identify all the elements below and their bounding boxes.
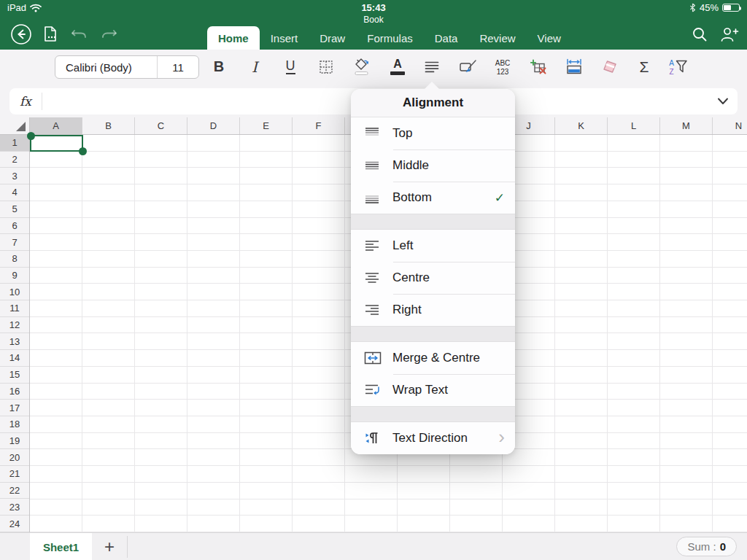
checkmark-icon: ✓ bbox=[495, 190, 505, 206]
column-header-M[interactable]: M bbox=[660, 117, 713, 134]
insert-delete-cells-button[interactable] bbox=[522, 52, 554, 82]
font-selector[interactable]: Calibri (Body) 11 bbox=[55, 55, 199, 79]
menu-item-centre[interactable]: Centre bbox=[351, 262, 515, 294]
redo-button[interactable] bbox=[93, 19, 124, 50]
column-width-button[interactable] bbox=[558, 52, 590, 82]
row-header-1[interactable]: 1 bbox=[0, 135, 29, 152]
menu-item-wrap-text[interactable]: Wrap Text bbox=[351, 374, 515, 406]
row-header-2[interactable]: 2 bbox=[0, 152, 29, 168]
column-header-N[interactable]: N bbox=[713, 117, 747, 134]
bold-button[interactable]: B bbox=[203, 52, 235, 82]
undo-button[interactable] bbox=[64, 19, 95, 50]
underline-button[interactable]: U bbox=[274, 52, 306, 82]
font-name[interactable]: Calibri (Body) bbox=[55, 61, 157, 74]
menu-item-top[interactable]: Top bbox=[351, 117, 515, 149]
bluetooth-icon bbox=[689, 3, 696, 12]
row-header-5[interactable]: 5 bbox=[0, 201, 29, 218]
tab-review[interactable]: Review bbox=[468, 26, 526, 50]
column-header-K[interactable]: K bbox=[555, 117, 608, 134]
format-toolbar: Calibri (Body) 11 B I U A bbox=[0, 50, 747, 84]
italic-button[interactable]: I bbox=[239, 52, 271, 82]
column-header-D[interactable]: D bbox=[187, 117, 240, 134]
row-header-10[interactable]: 10 bbox=[0, 284, 29, 300]
column-header-B[interactable]: B bbox=[82, 117, 135, 134]
row-header-17[interactable]: 17 bbox=[0, 400, 29, 416]
font-size[interactable]: 11 bbox=[157, 56, 198, 78]
row-header-23[interactable]: 23 bbox=[0, 499, 29, 516]
valign-middle-icon bbox=[363, 158, 382, 174]
menu-item-label: Top bbox=[382, 126, 505, 141]
alignment-icon bbox=[424, 59, 440, 75]
row-header-4[interactable]: 4 bbox=[0, 184, 29, 201]
sum-label: Sum : bbox=[687, 540, 716, 553]
row-header-7[interactable]: 7 bbox=[0, 234, 29, 251]
row-header-18[interactable]: 18 bbox=[0, 416, 29, 433]
formula-expand-button[interactable] bbox=[708, 97, 738, 106]
menu-item-merge-centre[interactable]: Merge & Centre bbox=[351, 342, 515, 374]
align-centre-icon bbox=[363, 270, 382, 286]
svg-text:Z: Z bbox=[669, 67, 673, 75]
column-header-L[interactable]: L bbox=[608, 117, 660, 134]
cell-format-icon bbox=[459, 58, 478, 76]
add-sheet-button[interactable]: + bbox=[92, 533, 127, 560]
row-header-12[interactable]: 12 bbox=[0, 317, 29, 334]
column-header-C[interactable]: C bbox=[135, 117, 187, 134]
row-header-20[interactable]: 20 bbox=[0, 449, 29, 466]
row-header-24[interactable]: 24 bbox=[0, 516, 29, 532]
select-all-corner[interactable] bbox=[0, 117, 30, 135]
cell-selection[interactable] bbox=[30, 135, 83, 152]
row-header-21[interactable]: 21 bbox=[0, 466, 29, 483]
back-button[interactable] bbox=[6, 19, 36, 50]
tab-draw[interactable]: Draw bbox=[309, 26, 356, 50]
borders-button[interactable] bbox=[310, 52, 342, 82]
file-menu-button[interactable] bbox=[35, 19, 66, 50]
tab-home[interactable]: Home bbox=[207, 26, 260, 50]
menu-item-left[interactable]: Left bbox=[351, 230, 515, 262]
selection-handle-bottom-right[interactable] bbox=[79, 147, 87, 155]
valign-bottom-icon bbox=[363, 190, 382, 206]
row-header-8[interactable]: 8 bbox=[0, 251, 29, 268]
search-icon[interactable] bbox=[684, 19, 715, 50]
fx-icon: fx bbox=[9, 94, 42, 109]
row-header-14[interactable]: 14 bbox=[0, 350, 29, 367]
alignment-button[interactable] bbox=[416, 52, 448, 82]
menu-item-bottom[interactable]: Bottom✓ bbox=[351, 182, 515, 214]
row-header-16[interactable]: 16 bbox=[0, 384, 29, 400]
sheet-tab-sheet1[interactable]: Sheet1 bbox=[30, 533, 92, 560]
selection-handle-top-left[interactable] bbox=[27, 132, 35, 140]
row-header-22[interactable]: 22 bbox=[0, 483, 29, 499]
row-header-6[interactable]: 6 bbox=[0, 218, 29, 235]
column-header-A[interactable]: A bbox=[30, 117, 82, 134]
sum-indicator[interactable]: Sum : 0 bbox=[676, 537, 737, 556]
align-right-icon bbox=[363, 302, 382, 318]
menu-item-right[interactable]: Right bbox=[351, 294, 515, 326]
tab-insert[interactable]: Insert bbox=[260, 26, 309, 50]
menu-item-text-direction[interactable]: Text Direction› bbox=[351, 422, 515, 454]
font-color-button[interactable]: A bbox=[382, 52, 414, 82]
cell-format-button[interactable] bbox=[452, 52, 484, 82]
row-header-9[interactable]: 9 bbox=[0, 268, 29, 284]
fill-color-icon bbox=[353, 58, 371, 77]
row-header-15[interactable]: 15 bbox=[0, 367, 29, 384]
row-header-19[interactable]: 19 bbox=[0, 433, 29, 450]
row-header-11[interactable]: 11 bbox=[0, 300, 29, 317]
number-format-button[interactable]: ABC 123 bbox=[487, 52, 519, 82]
menu-section-separator bbox=[351, 214, 515, 230]
tab-view[interactable]: View bbox=[527, 26, 572, 50]
row-header-3[interactable]: 3 bbox=[0, 168, 29, 184]
menu-section-separator bbox=[351, 326, 515, 342]
fill-color-button[interactable] bbox=[346, 52, 378, 82]
share-people-icon[interactable] bbox=[713, 19, 746, 50]
sort-filter-button[interactable]: A Z bbox=[662, 52, 694, 82]
menu-item-middle[interactable]: Middle bbox=[351, 149, 515, 182]
eraser-icon bbox=[600, 58, 619, 76]
tab-formulas[interactable]: Formulas bbox=[356, 26, 424, 50]
row-header-13[interactable]: 13 bbox=[0, 333, 29, 350]
column-width-icon bbox=[565, 58, 584, 76]
column-header-E[interactable]: E bbox=[240, 117, 293, 134]
column-header-F[interactable]: F bbox=[293, 117, 345, 134]
autosum-button[interactable]: Σ bbox=[628, 52, 660, 82]
tab-data[interactable]: Data bbox=[424, 26, 469, 50]
chevron-right-icon: › bbox=[498, 427, 505, 446]
eraser-button[interactable] bbox=[594, 52, 626, 82]
